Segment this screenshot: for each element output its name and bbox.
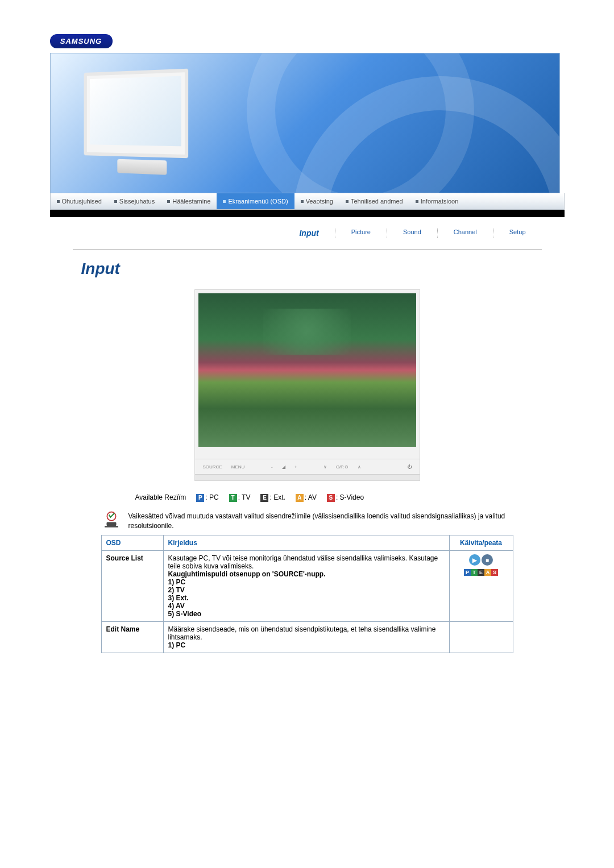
table-row: Source List Kasutage PC, TV või teise mo… bbox=[101, 551, 513, 622]
row-desc-source-list: Kasutage PC, TV või teise monitoriga ühe… bbox=[163, 551, 449, 622]
note-text: Vaikesätted võivad muutuda vastavalt val… bbox=[128, 510, 513, 531]
nav-setup[interactable]: Häälestamine bbox=[161, 193, 217, 209]
table-row: Edit Name Määrake sisendseade, mis on üh… bbox=[101, 622, 513, 653]
mode-badge-svideo: S bbox=[327, 494, 335, 502]
nav-information[interactable]: Informatsioon bbox=[409, 193, 465, 209]
preview-monitor: SOURCE MENU - ◢ + ∨ C/P.⊙ ∧ ⏻ bbox=[194, 289, 420, 481]
hero-banner bbox=[50, 53, 560, 193]
mode-badge-pc: P bbox=[196, 494, 204, 502]
preview-image bbox=[198, 293, 416, 447]
svg-rect-1 bbox=[106, 522, 116, 526]
note-icon bbox=[101, 510, 122, 530]
nav-intro[interactable]: Sissejuhatus bbox=[108, 193, 161, 209]
th-osd: OSD bbox=[101, 535, 163, 551]
navbar-underline bbox=[50, 210, 565, 217]
row-osd-source-list: Source List bbox=[101, 551, 163, 622]
play-icon[interactable]: ▶ bbox=[469, 554, 480, 566]
nav-specs[interactable]: Tehnilised andmed bbox=[339, 193, 409, 209]
power-icon: ⏻ bbox=[405, 464, 414, 470]
nav-safety[interactable]: Ohutusjuhised bbox=[51, 193, 108, 209]
main-navbar: Ohutusjuhised Sissejuhatus Häälestamine … bbox=[50, 193, 565, 210]
row-desc-edit-name: Määrake sisendseade, mis on ühendatud si… bbox=[163, 622, 449, 653]
row-launch-edit-name bbox=[449, 622, 513, 653]
available-modes-label: Available Rezïïm bbox=[135, 493, 186, 501]
divider-line bbox=[73, 249, 542, 250]
mode-badge-av: A bbox=[296, 494, 304, 502]
section-title: Input bbox=[81, 260, 565, 278]
subnav-channel[interactable]: Channel bbox=[438, 229, 493, 238]
nav-osd[interactable]: Ekraanimenüü (OSD) bbox=[217, 193, 294, 209]
nav-troubleshoot[interactable]: Veaotsing bbox=[294, 193, 339, 209]
row-launch-source-list[interactable]: ▶ ■ PTEAS bbox=[449, 551, 513, 622]
mode-badge-ext: E bbox=[260, 494, 268, 502]
subnav-picture[interactable]: Picture bbox=[335, 229, 387, 238]
settings-table: OSD Kirjeldus Käivita/peata Source List … bbox=[101, 535, 513, 653]
note-row: Vaikesätted võivad muutuda vastavalt val… bbox=[101, 510, 513, 531]
available-modes-row: Available Rezïïm P: PC T: TV E: Ext. A: … bbox=[135, 493, 513, 502]
mode-badge-tv: T bbox=[229, 494, 237, 502]
monitor-illustration bbox=[84, 68, 205, 176]
subnav-input[interactable]: Input bbox=[283, 229, 335, 238]
row-osd-edit-name: Edit Name bbox=[101, 622, 163, 653]
svg-rect-2 bbox=[105, 526, 118, 528]
stop-icon[interactable]: ■ bbox=[482, 554, 493, 566]
mini-badges: PTEAS bbox=[454, 568, 508, 576]
preview-controls: SOURCE MENU - ◢ + ∨ C/P.⊙ ∧ ⏻ bbox=[195, 459, 420, 474]
sub-navbar: Input Picture Sound Channel Setup bbox=[50, 229, 542, 238]
brand-logo: SAMSUNG bbox=[50, 34, 113, 48]
subnav-sound[interactable]: Sound bbox=[387, 229, 438, 238]
subnav-setup[interactable]: Setup bbox=[493, 229, 542, 238]
th-launch: Käivita/peata bbox=[449, 535, 513, 551]
th-desc: Kirjeldus bbox=[163, 535, 449, 551]
